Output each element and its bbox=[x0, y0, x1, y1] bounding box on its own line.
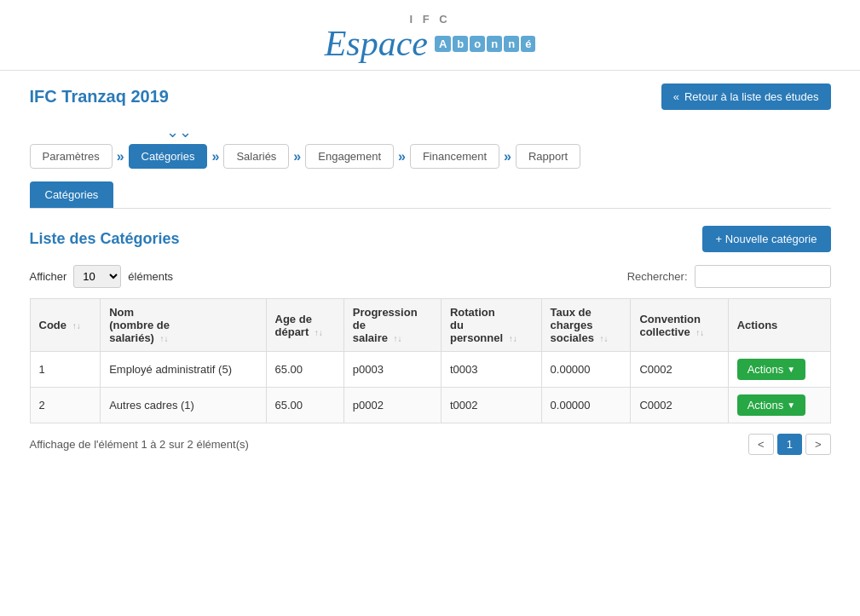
col-actions: Actions bbox=[728, 299, 830, 352]
prev-page-button[interactable]: < bbox=[748, 434, 774, 455]
bc-arrow-1: » bbox=[117, 149, 124, 164]
breadcrumb-item-engagement[interactable]: Engagement bbox=[305, 144, 394, 169]
show-select[interactable]: 10 25 50 100 bbox=[73, 265, 121, 288]
cell-progression: p0003 bbox=[343, 352, 441, 388]
logo: I F C Espace A b o n n é bbox=[325, 13, 536, 61]
espace-label: Espace bbox=[325, 26, 428, 61]
sort-icon-progression: ↑↓ bbox=[394, 334, 402, 343]
data-table: Code ↑↓ Nom(nombre desalariés) ↑↓ Age de… bbox=[30, 298, 831, 423]
show-entries: Afficher 10 25 50 100 éléments bbox=[30, 265, 174, 288]
chevron-down-icon: ⌄⌄ bbox=[166, 123, 831, 141]
breadcrumb-wrapper: ⌄⌄ Paramètres » Catégories » Salariés » … bbox=[30, 123, 831, 169]
back-label: Retour à la liste des études bbox=[684, 90, 819, 103]
actions-button-2[interactable]: Actions ▼ bbox=[737, 394, 806, 416]
tab-categories[interactable]: Catégories bbox=[30, 181, 114, 208]
section-title: Liste des Catégories bbox=[30, 230, 180, 248]
table-footer: Affichage de l'élément 1 à 2 sur 2 éléme… bbox=[30, 434, 831, 455]
bc-arrow-3: » bbox=[293, 149, 301, 164]
actions-button-1[interactable]: Actions ▼ bbox=[737, 359, 806, 380]
cell-actions: Actions ▼ bbox=[728, 352, 830, 388]
col-progression[interactable]: Progressiondesalaire ↑↓ bbox=[343, 299, 441, 352]
bc-arrow-4: » bbox=[398, 149, 406, 164]
top-bar: IFC Tranzaq 2019 « Retour à la liste des… bbox=[30, 83, 831, 110]
cell-taux: 0.00000 bbox=[541, 352, 631, 388]
cell-taux: 0.00000 bbox=[541, 388, 631, 423]
cell-nom: Autres cadres (1) bbox=[101, 388, 266, 423]
breadcrumb-item-rapport[interactable]: Rapport bbox=[516, 144, 580, 169]
new-category-button[interactable]: + Nouvelle catégorie bbox=[702, 226, 831, 252]
col-code[interactable]: Code ↑↓ bbox=[30, 299, 101, 352]
breadcrumb-item-financement[interactable]: Financement bbox=[410, 144, 499, 169]
tab-section: Catégories bbox=[30, 181, 831, 209]
show-label: Afficher bbox=[30, 270, 67, 283]
back-button[interactable]: « Retour à la liste des études bbox=[661, 83, 831, 110]
cell-code: 1 bbox=[30, 352, 101, 388]
table-body: 1 Employé administratif (5) 65.00 p0003 … bbox=[30, 352, 830, 423]
cell-rotation: t0003 bbox=[441, 352, 541, 388]
cell-actions: Actions ▼ bbox=[728, 388, 830, 423]
sort-icon-taux: ↑↓ bbox=[600, 334, 609, 343]
table-head: Code ↑↓ Nom(nombre desalariés) ↑↓ Age de… bbox=[30, 299, 830, 352]
breadcrumb-item-salaries[interactable]: Salariés bbox=[223, 144, 289, 169]
table-info: Affichage de l'élément 1 à 2 sur 2 éléme… bbox=[30, 438, 249, 451]
section-header: Liste des Catégories + Nouvelle catégori… bbox=[30, 226, 831, 252]
sort-icon-nom: ↑↓ bbox=[160, 334, 169, 343]
sort-icon-rotation: ↑↓ bbox=[509, 334, 517, 343]
sort-icon-age: ↑↓ bbox=[315, 328, 323, 337]
caret-icon: ▼ bbox=[787, 365, 795, 374]
col-convention[interactable]: Conventioncollective ↑↓ bbox=[631, 299, 728, 352]
breadcrumb-item-categories[interactable]: Catégories bbox=[129, 144, 208, 169]
sort-icon-code: ↑↓ bbox=[72, 321, 81, 331]
col-nom[interactable]: Nom(nombre desalariés) ↑↓ bbox=[101, 299, 266, 352]
col-rotation[interactable]: Rotationdupersonnel ↑↓ bbox=[441, 299, 541, 352]
main-content: IFC Tranzaq 2019 « Retour à la liste des… bbox=[13, 71, 848, 468]
table-row: 2 Autres cadres (1) 65.00 p0002 t0002 0.… bbox=[30, 388, 830, 423]
cell-age: 65.00 bbox=[266, 388, 343, 423]
breadcrumb-item-parametres[interactable]: Paramètres bbox=[30, 144, 113, 169]
cell-code: 2 bbox=[30, 388, 101, 423]
header: I F C Espace A b o n n é bbox=[0, 0, 860, 71]
col-age[interactable]: Age dedépart ↑↓ bbox=[266, 299, 343, 352]
breadcrumb: Paramètres » Catégories » Salariés » Eng… bbox=[30, 144, 831, 169]
pagination: < 1 > bbox=[748, 434, 830, 455]
cell-rotation: t0002 bbox=[441, 388, 541, 423]
cell-age: 65.00 bbox=[266, 352, 343, 388]
cell-nom: Employé administratif (5) bbox=[101, 352, 266, 388]
col-taux[interactable]: Taux dechargessociales ↑↓ bbox=[541, 299, 631, 352]
cell-progression: p0002 bbox=[343, 388, 441, 423]
cell-convention: C0002 bbox=[631, 388, 728, 423]
page-title: IFC Tranzaq 2019 bbox=[30, 87, 169, 107]
table-row: 1 Employé administratif (5) 65.00 p0003 … bbox=[30, 352, 830, 388]
cell-convention: C0002 bbox=[631, 352, 728, 388]
caret-icon: ▼ bbox=[787, 400, 795, 410]
elements-label: éléments bbox=[128, 270, 173, 283]
table-controls: Afficher 10 25 50 100 éléments Recherche… bbox=[30, 265, 831, 288]
bc-arrow-5: » bbox=[504, 149, 511, 164]
next-page-button[interactable]: > bbox=[805, 434, 831, 455]
search-box: Rechercher: bbox=[627, 265, 831, 288]
page-1-button[interactable]: 1 bbox=[777, 434, 802, 455]
bc-arrow-2: » bbox=[211, 149, 219, 164]
sort-icon-convention: ↑↓ bbox=[696, 328, 704, 337]
search-input[interactable] bbox=[695, 265, 831, 288]
abonne-label: A b o n n é bbox=[435, 36, 535, 52]
back-icon: « bbox=[673, 90, 679, 103]
search-label: Rechercher: bbox=[627, 270, 688, 283]
